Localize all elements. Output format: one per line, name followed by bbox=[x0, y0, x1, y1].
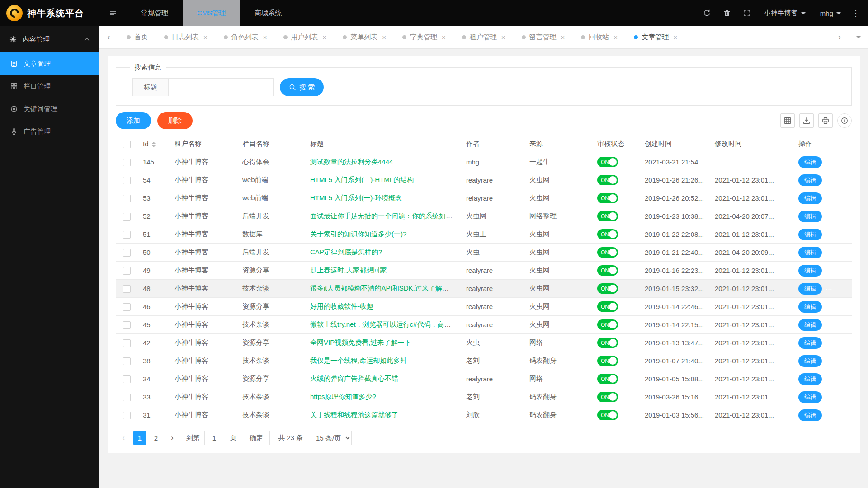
tab-item-6[interactable]: 租户管理× bbox=[454, 26, 514, 48]
tab-close-icon[interactable]: × bbox=[561, 33, 565, 41]
article-title-link[interactable]: 好用的收藏软件-收趣 bbox=[310, 302, 373, 310]
edit-row-button[interactable]: 编辑 bbox=[798, 156, 822, 168]
status-toggle[interactable]: ON bbox=[597, 229, 618, 239]
sidebar-section-content[interactable]: 内容管理 bbox=[0, 26, 99, 52]
sidebar-item-3[interactable]: 广告管理 bbox=[0, 120, 99, 143]
delete-button[interactable]: 删除 bbox=[157, 112, 193, 129]
row-checkbox[interactable] bbox=[123, 357, 131, 365]
row-checkbox[interactable] bbox=[123, 195, 131, 202]
status-toggle[interactable]: ON bbox=[597, 157, 618, 167]
tab-close-icon[interactable]: × bbox=[613, 33, 618, 41]
tab-item-4[interactable]: 菜单列表× bbox=[335, 26, 394, 48]
edit-row-button[interactable]: 编辑 bbox=[798, 319, 822, 331]
tab-close-icon[interactable]: × bbox=[501, 33, 505, 41]
status-toggle[interactable]: ON bbox=[597, 265, 618, 276]
article-title-link[interactable]: 全网VIP视频免费看,过来了解一下 bbox=[310, 338, 411, 346]
print-icon[interactable] bbox=[818, 113, 833, 128]
status-toggle[interactable]: ON bbox=[597, 338, 618, 348]
tab-item-1[interactable]: 日志列表× bbox=[156, 26, 216, 48]
next-page-button[interactable]: › bbox=[165, 431, 179, 445]
status-toggle[interactable]: ON bbox=[597, 374, 618, 384]
status-toggle[interactable]: ON bbox=[597, 319, 618, 330]
edit-row-button[interactable]: 编辑 bbox=[798, 229, 822, 240]
page-number-button[interactable]: 1 bbox=[133, 431, 146, 445]
tab-item-9[interactable]: 文章管理× bbox=[626, 26, 685, 48]
article-title-link[interactable]: HTML5 入门系列(二)-HTML的结构 bbox=[310, 176, 414, 183]
tabs-scroll-left-icon[interactable]: ‹ bbox=[99, 26, 118, 48]
trash-icon[interactable] bbox=[717, 0, 737, 26]
edit-row-button[interactable]: 编辑 bbox=[798, 211, 822, 222]
status-toggle[interactable]: ON bbox=[597, 301, 618, 312]
article-title-link[interactable]: 我仅是一个线程,命运却如此多舛 bbox=[310, 357, 407, 364]
status-toggle[interactable]: ON bbox=[597, 283, 618, 294]
refresh-icon[interactable] bbox=[697, 0, 717, 26]
article-title-link[interactable]: 微软上线try.net，浏览器可以运行c#代码，高不高兴? bbox=[310, 320, 461, 328]
user-dropdown[interactable]: mhg bbox=[813, 0, 848, 26]
tab-item-2[interactable]: 角色列表× bbox=[216, 26, 275, 48]
status-toggle[interactable]: ON bbox=[597, 356, 618, 366]
tab-item-5[interactable]: 字典管理× bbox=[394, 26, 454, 48]
status-toggle[interactable]: ON bbox=[597, 211, 618, 221]
edit-row-button[interactable]: 编辑 bbox=[798, 337, 822, 349]
nav-item-1[interactable]: CMS管理 bbox=[183, 0, 240, 26]
sort-icon[interactable] bbox=[151, 142, 156, 147]
status-toggle[interactable]: ON bbox=[597, 193, 618, 203]
article-title-link[interactable]: 测试数量的法拉利分类4444 bbox=[310, 158, 393, 165]
tab-item-8[interactable]: 回收站× bbox=[573, 26, 626, 48]
edit-row-button[interactable]: 编辑 bbox=[798, 283, 822, 295]
article-title-link[interactable]: CAP定律到底是怎样的? bbox=[310, 248, 382, 256]
edit-row-button[interactable]: 编辑 bbox=[798, 355, 822, 367]
status-toggle[interactable]: ON bbox=[597, 175, 618, 185]
article-title-link[interactable]: 关于索引的知识你知道多少(一)? bbox=[310, 230, 406, 238]
article-title-link[interactable]: HTML5 入门系列(一)-环境概念 bbox=[310, 194, 402, 202]
edit-row-button[interactable]: 编辑 bbox=[798, 301, 822, 313]
status-toggle[interactable]: ON bbox=[597, 410, 618, 420]
menu-toggle-icon[interactable] bbox=[99, 0, 127, 26]
add-button[interactable]: 添加 bbox=[116, 112, 151, 129]
tab-item-0[interactable]: 首页 bbox=[118, 26, 156, 48]
edit-row-button[interactable]: 编辑 bbox=[798, 192, 822, 204]
sidebar-item-2[interactable]: 关键词管理 bbox=[0, 98, 99, 120]
sidebar-item-0[interactable]: 文章管理 bbox=[0, 52, 99, 75]
article-title-link[interactable]: 面试最让你手足无措的一个问题：你的系统如何支撑... bbox=[310, 212, 461, 220]
search-button[interactable]: 搜 索 bbox=[280, 78, 324, 96]
row-checkbox[interactable] bbox=[123, 249, 131, 257]
status-toggle[interactable]: ON bbox=[597, 392, 618, 402]
tab-close-icon[interactable]: × bbox=[442, 33, 446, 41]
page-size-select[interactable]: 15 条/页 bbox=[311, 431, 352, 445]
row-checkbox[interactable] bbox=[123, 375, 131, 383]
article-title-link[interactable]: 火绒的弹窗广告拦截真心不错 bbox=[310, 375, 398, 382]
row-checkbox[interactable] bbox=[123, 321, 131, 329]
page-number-button[interactable]: 2 bbox=[149, 431, 163, 445]
tab-item-3[interactable]: 用户列表× bbox=[275, 26, 335, 48]
sidebar-item-1[interactable]: 栏目管理 bbox=[0, 75, 99, 98]
header-checkbox[interactable] bbox=[123, 141, 131, 148]
tab-close-icon[interactable]: × bbox=[382, 33, 386, 41]
article-title-link[interactable]: https原理你知道多少? bbox=[310, 393, 376, 400]
edit-row-button[interactable]: 编辑 bbox=[798, 409, 822, 421]
status-toggle[interactable]: ON bbox=[597, 247, 618, 258]
row-checkbox[interactable] bbox=[123, 394, 131, 401]
jump-page-input[interactable] bbox=[204, 431, 224, 445]
row-checkbox[interactable] bbox=[123, 213, 131, 221]
row-checkbox[interactable] bbox=[123, 177, 131, 184]
row-checkbox[interactable] bbox=[123, 159, 131, 166]
edit-row-button[interactable]: 编辑 bbox=[798, 247, 822, 258]
row-checkbox[interactable] bbox=[123, 303, 131, 311]
tabs-scroll-right-icon[interactable]: › bbox=[830, 26, 849, 48]
title-search-input[interactable] bbox=[169, 78, 274, 96]
row-checkbox[interactable] bbox=[123, 267, 131, 275]
tenant-dropdown[interactable]: 小神牛博客 bbox=[757, 0, 813, 26]
info-icon[interactable] bbox=[837, 113, 852, 128]
edit-row-button[interactable]: 编辑 bbox=[798, 373, 822, 385]
tabs-menu-icon[interactable] bbox=[849, 26, 868, 48]
more-menu-icon[interactable]: ⋮ bbox=[848, 0, 863, 26]
tab-close-icon[interactable]: × bbox=[323, 33, 327, 41]
tab-close-icon[interactable]: × bbox=[263, 33, 267, 41]
columns-icon[interactable] bbox=[780, 113, 795, 128]
edit-row-button[interactable]: 编辑 bbox=[798, 174, 822, 186]
article-title-link[interactable]: 关于线程和线程池这篇就够了 bbox=[310, 411, 398, 418]
export-icon[interactable] bbox=[799, 113, 814, 128]
row-checkbox[interactable] bbox=[123, 231, 131, 239]
row-checkbox[interactable] bbox=[123, 285, 131, 293]
